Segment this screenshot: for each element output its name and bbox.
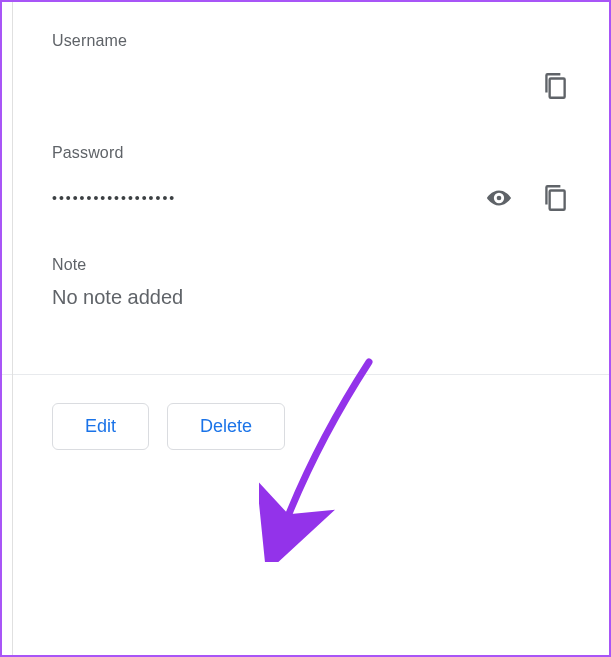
- password-details-panel: Username Password ••••••••••••••••••: [0, 0, 611, 657]
- copy-icon: [542, 183, 568, 213]
- username-row: [52, 58, 569, 114]
- svg-point-2: [497, 196, 502, 201]
- eye-icon: [485, 187, 513, 209]
- password-row: ••••••••••••••••••: [52, 170, 569, 226]
- svg-rect-3: [550, 191, 565, 210]
- edit-button[interactable]: Edit: [52, 403, 149, 450]
- password-section: Password ••••••••••••••••••: [52, 144, 569, 226]
- delete-button[interactable]: Delete: [167, 403, 285, 450]
- username-section: Username: [52, 32, 569, 114]
- password-label: Password: [52, 144, 569, 162]
- password-value-masked: ••••••••••••••••••: [52, 190, 485, 206]
- username-icons: [541, 72, 569, 100]
- svg-rect-0: [550, 79, 565, 98]
- show-password-button[interactable]: [485, 184, 513, 212]
- note-label: Note: [52, 256, 569, 274]
- username-label: Username: [52, 32, 569, 50]
- content-area: Username Password ••••••••••••••••••: [2, 2, 609, 450]
- note-section: Note No note added: [52, 256, 569, 309]
- copy-icon: [542, 71, 568, 101]
- copy-password-button[interactable]: [541, 184, 569, 212]
- left-rule: [12, 2, 13, 655]
- action-buttons: Edit Delete: [52, 375, 569, 450]
- copy-username-button[interactable]: [541, 72, 569, 100]
- note-placeholder: No note added: [52, 286, 569, 309]
- password-icons: [485, 184, 569, 212]
